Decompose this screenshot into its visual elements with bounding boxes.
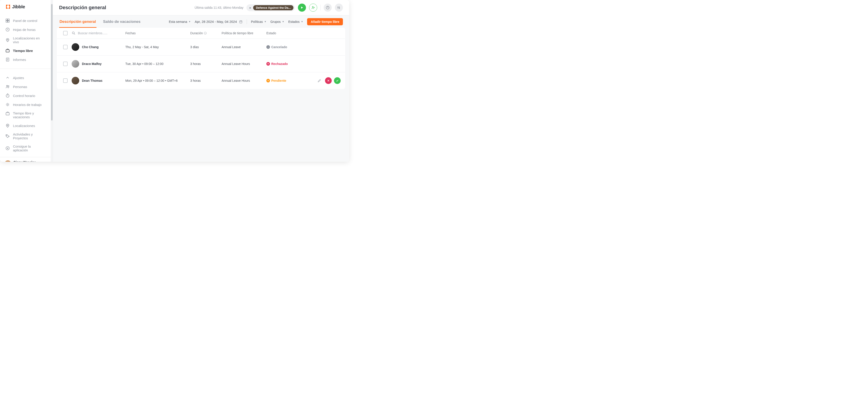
people-icon <box>5 84 10 89</box>
activity-chip: Defence Against the Da... <box>253 5 293 10</box>
table-head: Fechas Duración Política de tiempo libre… <box>57 28 345 39</box>
nav-personas[interactable]: Personas <box>0 82 51 91</box>
nav-ajustes[interactable]: Ajustes <box>0 73 51 82</box>
nav-informes[interactable]: Informes <box>0 55 51 64</box>
briefcase-icon <box>5 111 10 116</box>
actions-cell <box>307 77 343 84</box>
avatar <box>4 160 11 162</box>
status-label: Rechazado <box>271 62 288 66</box>
caret-down-icon: ▼ <box>264 20 266 23</box>
nav-label: Consigue la aplicación <box>13 144 45 152</box>
caret-down-icon: ▼ <box>282 20 284 23</box>
close-icon <box>327 79 330 82</box>
search-input[interactable] <box>78 31 117 35</box>
table-row[interactable]: Cho Chang Thu, 2 May - Sat, 4 May 3 días… <box>57 39 345 56</box>
statuses-label: Estados <box>288 20 300 24</box>
play-button[interactable] <box>298 4 306 12</box>
nav-tiempo-libre[interactable]: Tiempo libre <box>0 46 51 55</box>
clock-icon <box>5 27 10 32</box>
nav-control-horario[interactable]: Control horario <box>0 91 51 100</box>
tab-overview[interactable]: Descripción general <box>59 16 96 28</box>
nav-label: Control horario <box>13 94 35 98</box>
tabs-row: Descripción general Saldo de vacaciones … <box>57 16 345 28</box>
scrollbar-thumb[interactable] <box>51 4 53 120</box>
reject-button[interactable] <box>325 77 332 84</box>
pencil-icon <box>317 79 321 83</box>
avatar <box>72 60 79 68</box>
statuses-dropdown[interactable]: Estados ▼ <box>288 20 303 24</box>
location-icon <box>5 123 10 128</box>
table-row[interactable]: Draco Malfoy Tue, 30 Apr • 09:00 – 12:00… <box>57 56 345 72</box>
svg-rect-0 <box>6 19 8 21</box>
settings-button[interactable] <box>335 4 343 12</box>
status-rejected-icon: ✕ <box>266 62 270 66</box>
week-dropdown[interactable]: Esta semana ▼ <box>169 20 191 24</box>
header: Descripción general Última salida 11:43,… <box>53 0 349 16</box>
settings-icon <box>337 6 341 10</box>
row-checkbox[interactable] <box>63 45 68 49</box>
nav-label: Ajustes <box>13 76 24 80</box>
row-dates: Tue, 30 Apr • 09:00 – 12:00 <box>125 62 190 66</box>
date-range-text: Apr, 28 2024 - May, 04 2024 <box>195 20 237 24</box>
member-name: Dean Thomas <box>82 79 102 82</box>
nav-consigue-aplicacion[interactable]: Consigue la aplicación <box>0 142 51 154</box>
jibble-logo-icon <box>5 4 11 9</box>
row-checkbox[interactable] <box>63 62 68 66</box>
member-name: Draco Malfoy <box>82 62 102 66</box>
nav-localizaciones[interactable]: Localizaciones <box>0 121 51 130</box>
row-policy: Annual Leave Hours <box>222 79 266 82</box>
add-person-button[interactable] <box>309 4 317 12</box>
user-card[interactable]: Ginny Weasley Hogwarts Co <box>0 157 51 162</box>
nav-label: Informes <box>13 58 26 62</box>
nav-tiempo-libre-vacaciones[interactable]: Tiempo libre y vacaciones <box>0 109 51 121</box>
info-icon[interactable] <box>204 32 207 35</box>
nav-settings: Ajustes Personas Control horario Horario… <box>0 70 51 157</box>
member-cell: Draco Malfoy <box>72 60 125 68</box>
logo-text: Jibble <box>12 4 25 9</box>
tab-balance[interactable]: Saldo de vacaciones <box>103 16 141 28</box>
groups-dropdown[interactable]: Grupos ▼ <box>270 20 284 24</box>
schedule-icon <box>5 102 10 107</box>
nav-label: Hojas de horas <box>13 28 36 32</box>
svg-point-21 <box>72 32 74 34</box>
svg-point-13 <box>7 125 8 126</box>
status-pending-icon: ● <box>266 79 270 82</box>
logo[interactable]: Jibble <box>0 0 51 13</box>
svg-point-8 <box>6 85 8 86</box>
nav-localizaciones-en-vivo[interactable]: Localizaciones en vivo <box>0 34 51 46</box>
date-range[interactable]: Apr, 28 2024 - May, 04 2024 <box>195 20 243 24</box>
divider <box>247 19 247 24</box>
user-name: Ginny Weasley <box>13 160 41 162</box>
calendar-icon <box>239 20 243 24</box>
nav-hojas-de-horas[interactable]: Hojas de horas <box>0 25 51 34</box>
nav-label: Localizaciones en vivo <box>13 36 45 44</box>
help-button[interactable] <box>324 4 332 12</box>
svg-point-16 <box>312 6 313 8</box>
col-status: Estado <box>266 31 307 35</box>
row-checkbox[interactable] <box>63 78 68 83</box>
user-info: Ginny Weasley Hogwarts Co <box>13 160 41 162</box>
svg-point-9 <box>8 86 9 86</box>
policies-dropdown[interactable]: Políticas ▼ <box>251 20 266 24</box>
nav-label: Actividades y Proyectos <box>13 132 45 140</box>
report-icon <box>5 57 10 62</box>
tag-icon <box>5 134 10 138</box>
nav-horarios-de-trabajo[interactable]: Horarios de trabajo <box>0 100 51 109</box>
activity-badge[interactable]: ▶ Defence Against the Da... <box>246 4 295 11</box>
svg-point-19 <box>339 8 340 8</box>
status-cell: ● Pendiente <box>266 79 307 82</box>
approve-button[interactable] <box>334 77 341 84</box>
svg-point-14 <box>6 135 7 136</box>
week-label: Esta semana <box>169 20 187 24</box>
table-row[interactable]: Dean Thomas Mon, 29 Apr • 09:00 – 12:00 … <box>57 72 345 89</box>
nav-actividades-proyectos[interactable]: Actividades y Proyectos <box>0 130 51 142</box>
nav-panel-de-control[interactable]: Panel de control <box>0 16 51 25</box>
sidebar-scrollbar[interactable] <box>51 0 53 162</box>
edit-button[interactable] <box>316 77 323 84</box>
add-timeoff-button[interactable]: Añadir tiempo libre <box>307 18 343 25</box>
sidebar: Jibble Panel de control Hojas de horas L… <box>0 0 51 162</box>
checkbox-all[interactable] <box>63 31 68 35</box>
status-label: Pendiente <box>271 79 286 82</box>
person-plus-icon <box>311 6 315 10</box>
row-duration: 3 días <box>190 45 222 49</box>
